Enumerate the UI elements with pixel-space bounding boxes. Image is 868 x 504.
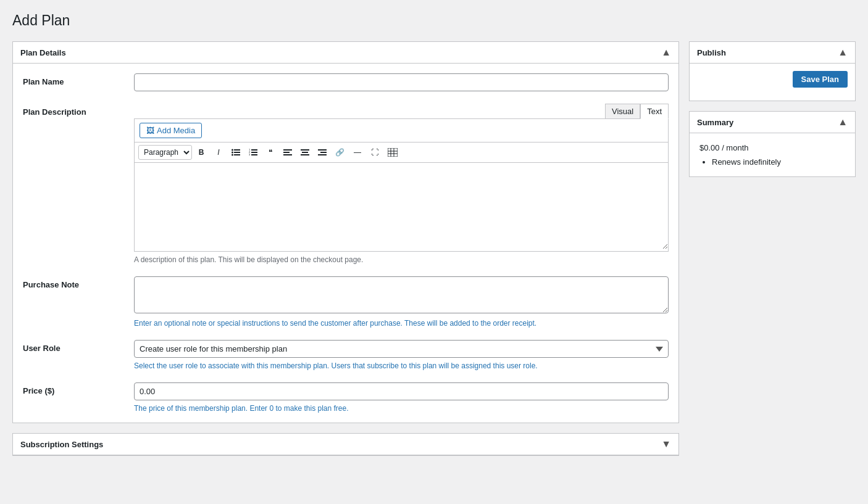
svg-rect-8 [251, 154, 257, 155]
svg-rect-12 [283, 149, 292, 151]
svg-rect-7 [251, 152, 257, 153]
subscription-settings-title: Subscription Settings [20, 440, 103, 449]
svg-point-3 [232, 149, 233, 151]
svg-rect-14 [283, 154, 292, 155]
main-layout: Plan Details ▲ Plan Name Plan Descriptio… [12, 41, 856, 456]
fullscreen-button[interactable]: ⛶ [367, 146, 383, 159]
summary-list: Renews indefinitely [699, 157, 845, 167]
link-button[interactable]: 🔗 [332, 146, 348, 159]
plan-description-field: Visual Text 🖼 Add Media [134, 104, 669, 264]
summary-renews: Renews indefinitely [712, 157, 845, 167]
publish-title: Publish [697, 48, 726, 57]
page-wrapper: Add Plan Plan Details ▲ Plan Name [0, 0, 868, 468]
svg-rect-2 [234, 154, 240, 155]
bold-button[interactable]: B [193, 146, 209, 159]
save-plan-button[interactable]: Save Plan [793, 71, 848, 88]
price-label: Price ($) [23, 382, 134, 395]
purchase-note-textarea[interactable] [134, 276, 669, 313]
price-field: The price of this membership plan. Enter… [134, 382, 669, 413]
price-row: Price ($) The price of this membership p… [23, 382, 669, 413]
add-media-icon: 🖼 [146, 126, 154, 135]
svg-point-5 [232, 154, 233, 156]
user-role-label: User Role [23, 340, 134, 353]
plan-name-field [134, 73, 669, 91]
publish-header: Publish ▲ [690, 42, 855, 64]
subscription-settings-toggle[interactable]: ▼ [661, 439, 671, 450]
svg-rect-6 [251, 149, 257, 151]
editor-media-bar: 🖼 Add Media [135, 119, 668, 143]
user-role-hint: Select the user role to associate with t… [134, 361, 669, 370]
tab-text[interactable]: Text [640, 104, 669, 119]
main-column: Plan Details ▲ Plan Name Plan Descriptio… [12, 41, 679, 456]
purchase-note-row: Purchase Note Enter an optional note or … [23, 276, 669, 328]
ordered-list-button[interactable]: 123 [245, 146, 261, 159]
subscription-settings-panel: Subscription Settings ▼ [12, 433, 679, 456]
svg-rect-16 [302, 152, 308, 153]
publish-panel: Publish ▲ Save Plan [689, 41, 856, 101]
align-center-button[interactable] [297, 146, 313, 159]
svg-text:3: 3 [249, 153, 251, 156]
svg-rect-1 [234, 152, 240, 153]
plan-name-label: Plan Name [23, 73, 134, 86]
blockquote-button[interactable]: ❝ [262, 146, 278, 159]
editor-tabs: Visual Text [134, 104, 669, 119]
price-input[interactable] [134, 382, 669, 400]
svg-rect-20 [318, 154, 327, 155]
unordered-list-button[interactable] [228, 146, 244, 159]
svg-rect-19 [320, 152, 327, 153]
editor-wrapper: 🖼 Add Media Paragraph B [134, 118, 669, 252]
horizontal-rule-button[interactable]: — [349, 146, 365, 159]
summary-title: Summary [697, 118, 733, 127]
svg-rect-21 [388, 148, 398, 157]
paragraph-select[interactable]: Paragraph [138, 145, 192, 160]
editor-toolbar: Paragraph B I 123 [135, 143, 668, 163]
purchase-note-field: Enter an optional note or special instru… [134, 276, 669, 328]
price-hint: The price of this membership plan. Enter… [134, 404, 669, 413]
svg-point-4 [232, 152, 233, 154]
description-hint: A description of this plan. This will be… [134, 255, 669, 264]
italic-button[interactable]: I [211, 146, 227, 159]
purchase-note-label: Purchase Note [23, 276, 134, 289]
svg-rect-17 [301, 154, 309, 155]
plan-details-header: Plan Details ▲ [13, 42, 678, 64]
user-role-select[interactable]: Create user role for this membership pla… [134, 340, 669, 358]
svg-rect-13 [283, 152, 290, 153]
user-role-field: Create user role for this membership pla… [134, 340, 669, 370]
svg-rect-0 [234, 149, 240, 151]
add-media-button[interactable]: 🖼 Add Media [140, 123, 202, 138]
plan-description-row: Plan Description Visual Text [23, 104, 669, 264]
plan-details-body: Plan Name Plan Description Visual Text [13, 64, 678, 423]
purchase-note-hint: Enter an optional note or special instru… [134, 319, 669, 328]
user-role-row: User Role Create user role for this memb… [23, 340, 669, 370]
summary-body: $0.00 / month Renews indefinitely [690, 133, 855, 176]
summary-price: $0.00 / month [699, 143, 845, 152]
plan-description-label: Plan Description [23, 104, 134, 117]
summary-toggle[interactable]: ▲ [838, 117, 848, 128]
align-right-button[interactable] [314, 146, 330, 159]
plan-details-title: Plan Details [20, 48, 66, 57]
add-media-label: Add Media [157, 126, 195, 135]
publish-toggle[interactable]: ▲ [838, 47, 848, 58]
plan-name-input[interactable] [134, 73, 669, 91]
svg-rect-18 [318, 149, 327, 151]
plan-details-toggle[interactable]: ▲ [661, 47, 671, 58]
page-title: Add Plan [12, 12, 856, 29]
tab-visual[interactable]: Visual [605, 104, 640, 119]
table-button[interactable] [384, 146, 401, 159]
plan-name-row: Plan Name [23, 73, 669, 91]
plan-details-panel: Plan Details ▲ Plan Name Plan Descriptio… [12, 41, 679, 423]
side-column: Publish ▲ Save Plan Summary ▲ $0.00 / mo… [689, 41, 856, 177]
svg-rect-15 [301, 149, 309, 151]
summary-header: Summary ▲ [690, 112, 855, 133]
publish-body: Save Plan [690, 64, 855, 101]
description-textarea[interactable] [135, 163, 668, 249]
align-left-button[interactable] [280, 146, 296, 159]
summary-panel: Summary ▲ $0.00 / month Renews indefinit… [689, 111, 856, 177]
subscription-settings-header[interactable]: Subscription Settings ▼ [13, 434, 678, 455]
